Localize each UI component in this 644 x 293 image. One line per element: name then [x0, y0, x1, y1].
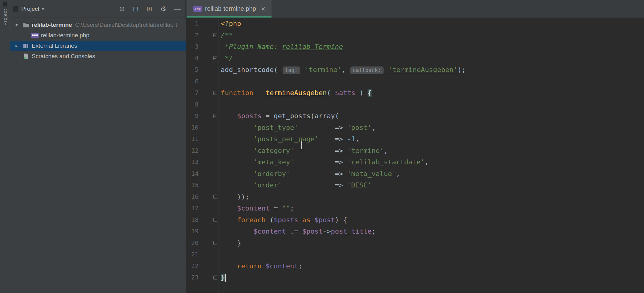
gutter: 2− [186, 30, 219, 41]
project-path: C:\Users\Daniel\Desktop\relilab\relilab-… [75, 22, 186, 28]
gutter: 20− [186, 237, 219, 249]
line-number: 14 [186, 168, 199, 180]
code-line-17[interactable]: 17 $content = ""; [186, 203, 644, 214]
tree-item-relilab-termine-php[interactable]: PHPrelilab-termine.php [10, 30, 186, 41]
code-text: 'posts_per_page' => -1, [219, 133, 359, 145]
chevron-right-icon[interactable]: ▸ [12, 43, 21, 49]
expand-all-icon[interactable]: ⊞ [147, 6, 152, 12]
editor-pane[interactable]: 1<?php2−/**3 *Plugin Name: relilab Termi… [186, 18, 644, 293]
line-number: 22 [186, 260, 199, 272]
php-file-icon: PHP [30, 33, 40, 38]
editor-tab-bar: php relilab-termine.php × [186, 0, 644, 18]
code-line-4[interactable]: 4− */ [186, 53, 644, 64]
code-text: */ [219, 53, 233, 64]
line-number: 20 [186, 237, 199, 249]
project-stripe-button[interactable]: Project [0, 0, 10, 26]
gutter: 9− [186, 110, 219, 122]
code-text: $content = ""; [219, 203, 294, 214]
fold-marker-icon[interactable]: − [213, 275, 217, 279]
code-line-20[interactable]: 20− } [186, 237, 644, 249]
fold-marker-icon[interactable]: − [213, 195, 217, 199]
code-line-7[interactable]: 7−function termineAusgeben( $atts ) { [186, 87, 644, 99]
code-line-11[interactable]: 11 'posts_per_page' => -1, [186, 133, 644, 145]
code-line-19[interactable]: 19 $content .= $post->post_title; [186, 226, 644, 237]
code-line-15[interactable]: 15 'order' => 'DESC' [186, 179, 644, 191]
code-line-3[interactable]: 3 *Plugin Name: relilab Termine [186, 41, 644, 53]
line-number: 9 [186, 110, 199, 122]
code-line-2[interactable]: 2−/** [186, 30, 644, 41]
code-line-13[interactable]: 13 'meta_key' => 'relilab_startdate', [186, 156, 644, 168]
fold-area [199, 203, 219, 214]
close-tab-icon[interactable]: × [261, 6, 265, 12]
fold-area [199, 249, 219, 260]
fold-marker-icon[interactable]: − [213, 114, 217, 118]
gutter: 19 [186, 226, 219, 237]
gutter: 6 [186, 76, 219, 87]
code-line-23[interactable]: 23−} [186, 272, 644, 283]
hide-panel-icon[interactable]: — [174, 6, 181, 12]
line-number: 5 [186, 64, 199, 76]
code-text: 'meta_key' => 'relilab_startdate', [219, 156, 429, 168]
code-text: 'orderby' => 'meta_value', [219, 168, 400, 180]
code-area: 1<?php2−/**3 *Plugin Name: relilab Termi… [186, 18, 644, 283]
gutter: 4− [186, 53, 219, 64]
fold-area [199, 133, 219, 145]
tree-item-relilab-termine[interactable]: ▾relilab-termineC:\Users\Daniel\Desktop\… [10, 20, 186, 30]
fold-marker-icon[interactable]: − [213, 33, 217, 37]
project-panel-title[interactable]: Project [21, 6, 39, 12]
code-line-21[interactable]: 21 [186, 249, 644, 260]
code-text: foreach ($posts as $post) { [219, 214, 347, 226]
fold-area: − [199, 30, 219, 41]
fold-marker-icon[interactable]: − [213, 241, 217, 245]
chevron-down-icon[interactable]: ▾ [42, 6, 44, 11]
code-text [219, 76, 221, 87]
fold-area: − [199, 191, 219, 203]
code-line-8[interactable]: 8 [186, 99, 644, 110]
code-text: add_shortcode( tag: 'termine', callback:… [219, 64, 466, 76]
tree-item-scratches-and-consoles[interactable]: Scratches and Consoles [10, 51, 186, 62]
code-line-9[interactable]: 9− $posts = get_posts(array( [186, 110, 644, 122]
chevron-down-icon[interactable]: ▾ [12, 22, 21, 28]
gutter: 1 [186, 18, 219, 30]
gutter: 13 [186, 156, 219, 168]
code-line-12[interactable]: 12 'category' => 'termine', [186, 145, 644, 157]
php-file-icon: php [193, 6, 202, 12]
code-line-5[interactable]: 5add_shortcode( tag: 'termine', callback… [186, 64, 644, 76]
code-line-14[interactable]: 14 'orderby' => 'meta_value', [186, 168, 644, 180]
fold-marker-icon[interactable]: − [213, 91, 217, 95]
tree-item-external-libraries[interactable]: ▸External Libraries [10, 41, 186, 51]
gutter: 21 [186, 249, 219, 260]
fold-area: − [199, 53, 219, 64]
fold-area [199, 260, 219, 272]
code-text: } [219, 237, 241, 249]
tree-item-label: Scratches and Consoles [32, 53, 95, 60]
tree-item-label: relilab-termine.php [41, 32, 89, 39]
fold-area [199, 145, 219, 157]
line-number: 21 [186, 249, 199, 260]
line-number: 11 [186, 133, 199, 145]
code-line-1[interactable]: 1<?php [186, 18, 644, 30]
code-text: return $content; [219, 260, 302, 272]
editor-tab-label: relilab-termine.php [205, 5, 256, 12]
stripe-label: Project [2, 9, 8, 26]
collapse-all-icon[interactable]: ⊟ [133, 6, 138, 12]
gutter: 5 [186, 64, 219, 76]
settings-gear-icon[interactable]: ⚙ [160, 6, 166, 12]
code-line-6[interactable]: 6 [186, 76, 644, 87]
locate-file-icon[interactable]: ⊕ [119, 6, 125, 12]
code-line-16[interactable]: 16− )); [186, 191, 644, 203]
line-number: 13 [186, 156, 199, 168]
line-number: 12 [186, 145, 199, 157]
fold-marker-icon[interactable]: − [213, 56, 217, 60]
code-line-22[interactable]: 22 return $content; [186, 260, 644, 272]
gutter: 15 [186, 179, 219, 191]
fold-marker-icon[interactable]: − [213, 218, 217, 222]
code-line-18[interactable]: 18− foreach ($posts as $post) { [186, 214, 644, 226]
code-line-10[interactable]: 10 'post_type' => 'post', [186, 122, 644, 134]
fold-area [199, 179, 219, 191]
code-text: function termineAusgeben( $atts ) { [219, 87, 372, 99]
tree-item-label: External Libraries [32, 42, 77, 49]
gutter: 23− [186, 272, 219, 283]
editor-tab[interactable]: php relilab-termine.php × [187, 0, 272, 18]
project-tree-panel: ▾relilab-termineC:\Users\Daniel\Desktop\… [10, 18, 186, 293]
